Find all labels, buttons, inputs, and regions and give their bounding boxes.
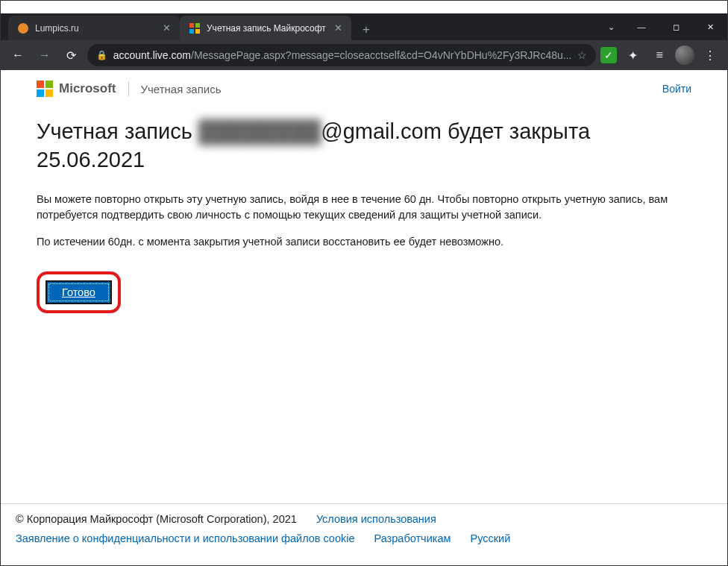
close-icon[interactable]: ✕ (334, 22, 342, 34)
tab-label: Учетная запись Майкрософт (207, 23, 327, 34)
close-icon[interactable]: ✕ (163, 22, 171, 34)
media-queue-icon[interactable]: ≡ (648, 44, 671, 66)
window-maximize-button[interactable]: ◻ (659, 16, 693, 38)
extension-check-icon[interactable]: ✓ (600, 47, 617, 63)
footer-privacy-link[interactable]: Заявление о конфиденциальности и использ… (16, 532, 354, 544)
paragraph-1: Вы можете повторно открыть эту учетную з… (37, 192, 685, 222)
svg-rect-8 (46, 89, 53, 97)
header-subtitle: Учетная запись (141, 83, 222, 95)
page-content: Microsoft Учетная запись Войти Учетная з… (1, 70, 727, 566)
new-tab-button[interactable]: + (356, 19, 377, 40)
omnibox[interactable]: 🔒 account.live.com/MessagePage.aspx?mess… (87, 44, 597, 66)
lock-icon: 🔒 (96, 50, 107, 60)
window-titlebar (1, 1, 727, 13)
svg-rect-5 (37, 81, 44, 88)
title-prefix: Учетная запись (37, 119, 198, 143)
tab-label: Lumpics.ru (35, 23, 155, 34)
microsoft-logo-text: Microsoft (59, 81, 116, 96)
title-email-suffix: @gmail.com (321, 119, 442, 143)
forward-button[interactable]: → (34, 44, 56, 66)
address-bar-row: ← → ⟳ 🔒 account.live.com/MessagePage.asp… (1, 40, 727, 70)
svg-point-0 (18, 23, 28, 34)
reload-button[interactable]: ⟳ (60, 44, 83, 66)
url-path: /MessagePage.aspx?message=closeacctself&… (191, 49, 571, 61)
favicon-microsoft (189, 22, 201, 34)
footer-language-link[interactable]: Русский (470, 532, 510, 544)
tab-strip: Lumpics.ru ✕ Учетная запись Майкрософт ✕… (1, 13, 727, 40)
svg-rect-6 (46, 81, 53, 88)
back-button[interactable]: ← (7, 44, 29, 66)
done-button[interactable]: Готово (46, 280, 112, 304)
url-host: account.live.com (113, 49, 191, 61)
svg-rect-7 (37, 89, 44, 97)
microsoft-header: Microsoft Учетная запись Войти (1, 70, 727, 104)
url-text: account.live.com/MessagePage.aspx?messag… (113, 49, 572, 61)
page-footer: © Корпорация Майкрософт (Microsoft Corpo… (1, 503, 727, 566)
favicon-lumpics (17, 22, 29, 34)
header-divider (128, 81, 129, 96)
window-close-button[interactable]: ✕ (693, 16, 727, 38)
window-minimize-button[interactable]: — (624, 16, 659, 38)
tab-lumpics[interactable]: Lumpics.ru ✕ (8, 16, 180, 40)
svg-rect-1 (189, 23, 194, 28)
browser-menu-button[interactable]: ⋮ (699, 44, 721, 66)
page-title: Учетная запись ████████@gmail.com будет … (37, 118, 691, 174)
sign-in-link[interactable]: Войти (662, 83, 691, 95)
svg-rect-4 (195, 29, 200, 34)
svg-rect-2 (195, 23, 200, 28)
svg-rect-3 (189, 29, 194, 34)
microsoft-logo[interactable]: Microsoft (37, 81, 116, 97)
footer-developers-link[interactable]: Разработчикам (374, 532, 451, 544)
tab-microsoft-account[interactable]: Учетная запись Майкрософт ✕ (180, 16, 351, 40)
main-content: Учетная запись ████████@gmail.com будет … (1, 104, 727, 503)
footer-terms-link[interactable]: Условия использования (316, 513, 436, 525)
title-blurred-email: ████████ (198, 118, 321, 146)
microsoft-logo-icon (37, 81, 53, 97)
window-controls: ⌄ — ◻ ✕ (597, 13, 727, 40)
profile-avatar[interactable] (675, 45, 694, 65)
highlight-halo: Готово (37, 271, 121, 313)
chevron-down-icon[interactable]: ⌄ (597, 16, 624, 38)
extensions-puzzle-icon[interactable]: ✦ (621, 44, 644, 66)
footer-copyright: © Корпорация Майкрософт (Microsoft Corpo… (16, 513, 297, 525)
bookmark-star-icon[interactable]: ☆ (577, 49, 587, 61)
paragraph-2: По истечении 60дн. с момента закрытия уч… (37, 234, 685, 249)
